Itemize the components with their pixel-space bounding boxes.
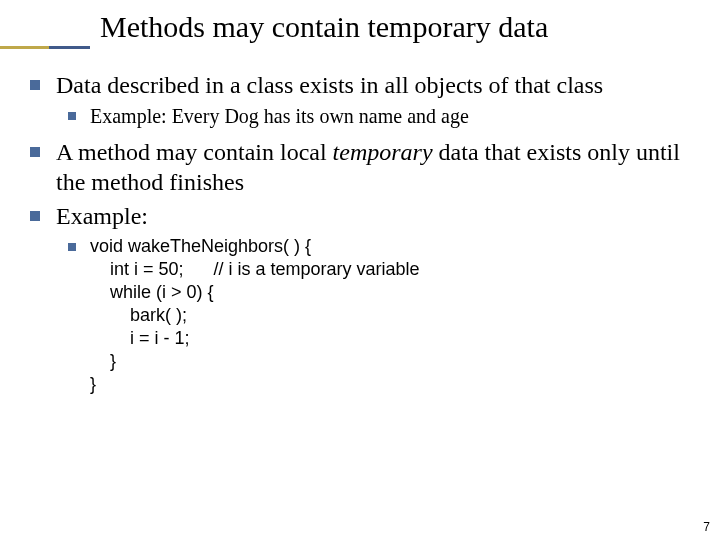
text-run: A method may contain local: [56, 139, 333, 165]
sub-bullet-group: void wakeTheNeighbors( ) { int i = 50; /…: [68, 235, 700, 396]
bullet-icon: [68, 112, 76, 120]
bullet-text: Example: Every Dog has its own name and …: [90, 104, 469, 129]
code-line: }: [90, 374, 96, 394]
bullet-icon: [30, 211, 40, 221]
bullet-text: A method may contain local temporary dat…: [56, 137, 700, 197]
code-example: void wakeTheNeighbors( ) { int i = 50; /…: [90, 235, 420, 396]
code-line: }: [90, 351, 116, 371]
bullet-item: Example:: [30, 201, 700, 231]
bullet-icon: [30, 147, 40, 157]
code-line: i = i - 1;: [90, 328, 190, 348]
bullet-icon: [68, 243, 76, 251]
code-line: void wakeTheNeighbors( ) {: [90, 236, 311, 256]
slide-title: Methods may contain temporary data: [100, 10, 710, 44]
bullet-item: A method may contain local temporary dat…: [30, 137, 700, 197]
bullet-item: Example: Every Dog has its own name and …: [68, 104, 700, 129]
code-line: int i = 50; // i is a temporary variable: [90, 259, 420, 279]
accent-bar: [0, 46, 90, 49]
bullet-text: Example:: [56, 201, 148, 231]
text-emphasis: temporary: [333, 139, 433, 165]
code-line: bark( );: [90, 305, 187, 325]
bullet-icon: [30, 80, 40, 90]
slide-content: Data described in a class exists in all …: [30, 70, 700, 404]
bullet-item: void wakeTheNeighbors( ) { int i = 50; /…: [68, 235, 700, 396]
page-number: 7: [703, 520, 710, 534]
code-line: while (i > 0) {: [90, 282, 214, 302]
sub-bullet-group: Example: Every Dog has its own name and …: [68, 104, 700, 129]
bullet-text: Data described in a class exists in all …: [56, 70, 603, 100]
bullet-item: Data described in a class exists in all …: [30, 70, 700, 100]
